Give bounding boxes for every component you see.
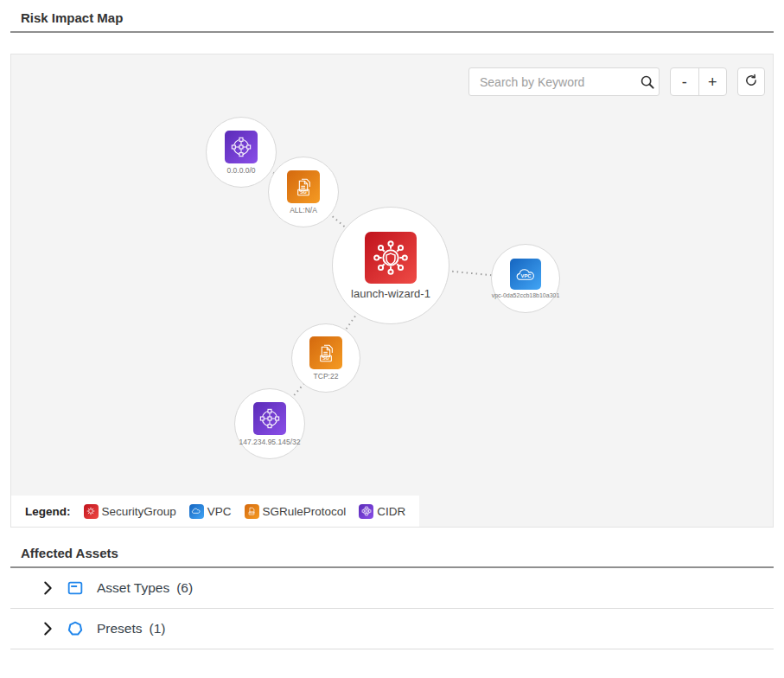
vpc-icon: VPC bbox=[510, 259, 541, 290]
graph-node-cidr-host[interactable]: 147.234.95.145/32 bbox=[234, 388, 305, 459]
legend-item-vpc: VPC bbox=[189, 504, 232, 519]
asset-row-count: (1) bbox=[150, 621, 166, 636]
legend-label: CIDR bbox=[377, 505, 405, 518]
affected-assets-title: Affected Assets bbox=[21, 546, 763, 560]
asset-row-asset-types[interactable]: Asset Types (6) bbox=[10, 568, 774, 609]
search-input[interactable] bbox=[469, 75, 636, 89]
cidr-icon bbox=[359, 504, 373, 519]
legend-item-securitygroup: SecurityGroup bbox=[84, 504, 176, 519]
legend-label: SecurityGroup bbox=[102, 505, 176, 518]
node-label: ALL:N/A bbox=[290, 206, 317, 214]
vpc-icon bbox=[189, 504, 204, 519]
cidr-icon bbox=[225, 131, 258, 163]
map-legend: Legend: SecurityGroup VPC bbox=[11, 496, 419, 527]
security-group-icon bbox=[84, 504, 99, 519]
zoom-controls: - + bbox=[670, 67, 727, 96]
node-label: TCP:22 bbox=[314, 372, 339, 381]
node-label: vpc-0da52ccb18b10a301 bbox=[492, 292, 560, 298]
sg-rule-protocol-icon: SG bbox=[287, 170, 320, 203]
graph-node-launch-wizard-1[interactable]: launch-wizard-1 bbox=[332, 207, 449, 324]
svg-text:SG: SG bbox=[300, 189, 307, 195]
legend-item-sgruleprotocol: SGRuleProtocol bbox=[245, 504, 347, 519]
node-label: 0.0.0.0/0 bbox=[226, 166, 255, 175]
page-title: Risk Impact Map bbox=[21, 10, 763, 25]
graph-node-rule-tcp22[interactable]: SG TCP:22 bbox=[291, 323, 360, 393]
svg-text:VPC: VPC bbox=[520, 273, 532, 278]
asset-row-label: Asset Types bbox=[97, 580, 169, 596]
chevron-right-icon[interactable] bbox=[38, 579, 57, 598]
search-box bbox=[468, 67, 660, 96]
legend-title: Legend: bbox=[25, 505, 71, 518]
node-label: launch-wizard-1 bbox=[351, 287, 430, 300]
legend-label: SGRuleProtocol bbox=[263, 505, 347, 518]
sg-rule-protocol-icon: SG bbox=[309, 336, 342, 369]
presets-icon bbox=[66, 619, 85, 638]
asset-row-presets[interactable]: Presets (1) bbox=[10, 609, 774, 649]
asset-row-label: Presets bbox=[97, 621, 143, 636]
cidr-icon bbox=[253, 402, 286, 435]
chevron-right-icon[interactable] bbox=[38, 619, 57, 638]
graph-node-vpc[interactable]: VPC vpc-0da52ccb18b10a301 bbox=[491, 244, 560, 313]
zoom-in-button[interactable]: + bbox=[699, 68, 727, 95]
node-label: 147.234.95.145/32 bbox=[239, 438, 301, 446]
title-divider bbox=[10, 31, 774, 33]
svg-text:SG: SG bbox=[322, 355, 329, 361]
risk-impact-map-canvas[interactable]: - + 0.0.0.0/0 bbox=[10, 54, 774, 528]
search-icon[interactable] bbox=[636, 74, 659, 91]
refresh-icon bbox=[743, 73, 759, 92]
graph-node-cidr-any[interactable]: 0.0.0.0/0 bbox=[206, 117, 277, 188]
legend-item-cidr: CIDR bbox=[359, 504, 405, 519]
refresh-button[interactable] bbox=[737, 67, 765, 96]
asset-types-icon bbox=[66, 579, 85, 598]
zoom-out-button[interactable]: - bbox=[671, 68, 698, 95]
security-group-icon bbox=[365, 232, 417, 284]
sg-rule-protocol-icon bbox=[245, 504, 259, 519]
asset-row-count: (6) bbox=[176, 580, 193, 596]
graph-node-rule-all[interactable]: SG ALL:N/A bbox=[268, 157, 339, 227]
legend-label: VPC bbox=[207, 505, 232, 518]
